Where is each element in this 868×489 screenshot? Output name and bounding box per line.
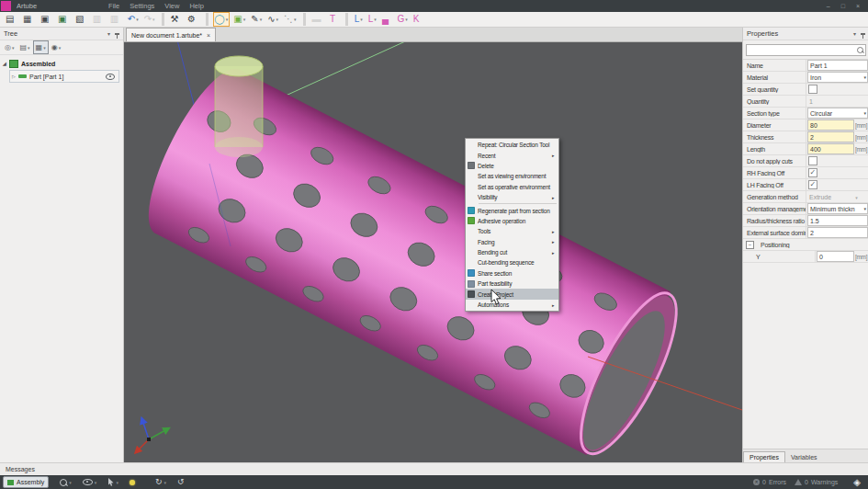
- undo-button[interactable]: ↶ ▾: [126, 12, 141, 27]
- straight-tube-button[interactable]: ▬ ▾: [310, 12, 327, 27]
- name-input[interactable]: Part 1: [807, 60, 868, 71]
- diameter-input[interactable]: 80: [807, 119, 854, 131]
- dropdown-arrow-icon[interactable]: ▾: [374, 17, 377, 22]
- menu-item-cut-bending-sequence[interactable]: Cut-bending sequence ▸: [466, 257, 558, 267]
- menu-item-set-as-viewing-environment[interactable]: Set as viewing environment ▸: [466, 171, 558, 181]
- measure-tool-button[interactable]: ⋱ ▾: [282, 12, 299, 27]
- tree-toolbar-button-1[interactable]: ◎ ▾: [2, 40, 17, 54]
- menu-item-delete[interactable]: Delete ▸: [466, 161, 558, 171]
- menu-help[interactable]: Help: [189, 2, 203, 10]
- assembly-mode-button[interactable]: Assembly: [3, 476, 49, 488]
- expander-icon[interactable]: ◢: [3, 61, 9, 66]
- menu-item-repeat-circular-section-tool[interactable]: Repeat: Circular Section Tool ▸: [466, 140, 558, 150]
- rotate-g-button[interactable]: G ▾: [395, 12, 409, 27]
- redo-button[interactable]: ↷ ▾: [142, 12, 157, 27]
- menu-item-tools[interactable]: Tools ▸: [466, 226, 558, 236]
- tree-toolbar-button-4[interactable]: ◉ ▾: [49, 40, 64, 54]
- orientation-management-dropdown[interactable]: Minimum thickn▾: [807, 203, 868, 214]
- menu-file[interactable]: File: [108, 2, 119, 10]
- viewport-3d[interactable]: [124, 42, 742, 462]
- menu-item-visibility[interactable]: Visibility ▸: [466, 192, 558, 202]
- menu-item-facing[interactable]: Facing ▸: [466, 237, 558, 247]
- pin-icon[interactable]: [115, 33, 119, 35]
- rh-facing-off-checkbox[interactable]: [808, 168, 817, 177]
- panel-menu-icon[interactable]: ▾: [107, 30, 110, 37]
- corner-l-blue-button[interactable]: L ▾: [353, 12, 365, 27]
- open-button[interactable]: ▦ ▾: [21, 12, 37, 27]
- messages-bar[interactable]: Messages: [0, 462, 868, 475]
- menu-item-regenerate-part-from-section[interactable]: Regenerate part from section ▸: [466, 205, 558, 215]
- do-not-apply-cuts-checkbox[interactable]: [808, 156, 817, 165]
- section-type-dropdown[interactable]: Circular▾: [807, 108, 868, 119]
- expander-icon[interactable]: ▷: [12, 74, 18, 79]
- print-preview-button[interactable]: ▥ ▾: [108, 12, 124, 27]
- press-button[interactable]: ▄ ▾: [380, 12, 394, 27]
- view-tool-button[interactable]: ▾: [83, 479, 97, 485]
- export-button[interactable]: ▧ ▾: [73, 12, 89, 27]
- dropdown-arrow-icon[interactable]: ▾: [260, 17, 263, 22]
- dropdown-arrow-icon[interactable]: ▾: [226, 17, 229, 22]
- sketch-tool-button[interactable]: ✎ ▾: [249, 12, 264, 27]
- rotate-cw-button[interactable]: ↻▾: [155, 478, 166, 486]
- maximize-button[interactable]: □: [841, 3, 845, 9]
- tee-fitting-button[interactable]: T ▾: [328, 12, 341, 27]
- machine-setup-button[interactable]: ⚒ ▾: [169, 12, 184, 27]
- tree-item-assembled[interactable]: ◢ Assembled: [0, 58, 123, 69]
- tab-properties[interactable]: Properties: [743, 451, 785, 462]
- prop-group-positioning[interactable]: − Positioning: [743, 239, 868, 251]
- dropdown-arrow-icon[interactable]: ▾: [152, 17, 155, 22]
- menu-settings[interactable]: Settings: [130, 2, 154, 10]
- dropdown-arrow-icon[interactable]: ▾: [294, 17, 297, 22]
- check-k-button[interactable]: K ▾: [411, 12, 424, 27]
- dropdown-arrow-icon[interactable]: ▾: [405, 17, 408, 22]
- zoom-tool-button[interactable]: ▾: [60, 479, 72, 486]
- y-position-input[interactable]: 0: [817, 251, 854, 262]
- tree-toolbar-button-2[interactable]: ▤ ▾: [17, 40, 33, 54]
- document-tab[interactable]: New document 1.artube* ×: [126, 28, 216, 41]
- menu-item-set-as-operative-environment[interactable]: Set as operative environment ▸: [466, 182, 558, 192]
- menu-item-recent[interactable]: Recent ▸: [466, 150, 558, 160]
- dropdown-arrow-icon[interactable]: ▾: [360, 17, 363, 22]
- save-as-button[interactable]: ▣ ▾: [56, 12, 72, 27]
- highlight-tool-button[interactable]: [130, 480, 135, 485]
- section-sketch[interactable]: [215, 56, 263, 157]
- dropdown-arrow-icon[interactable]: ▾: [43, 45, 46, 51]
- minimize-button[interactable]: –: [827, 3, 830, 9]
- pin-icon[interactable]: [861, 33, 865, 35]
- radius-thickness-ratio-input[interactable]: 1.5: [807, 215, 868, 226]
- dropdown-arrow-icon[interactable]: ▾: [243, 17, 246, 22]
- options-wrench-button[interactable]: ⚙ ▾: [186, 12, 200, 27]
- length-input[interactable]: 400: [807, 143, 854, 154]
- dropdown-arrow-icon[interactable]: ▾: [28, 45, 30, 51]
- tree-item-part[interactable]: ▷ Part [Part 1]: [9, 70, 119, 83]
- menu-item-part-feasibility[interactable]: Part feasibility ▸: [466, 279, 558, 289]
- circular-section-tool-button[interactable]: ◯ ▾: [213, 12, 231, 27]
- tab-close-icon[interactable]: ×: [207, 32, 210, 39]
- rotate-ccw-button[interactable]: ↺: [177, 478, 185, 486]
- menu-item-automations[interactable]: Automations ▸: [466, 300, 558, 310]
- dropdown-arrow-icon[interactable]: ▾: [59, 45, 62, 51]
- material-dropdown[interactable]: Iron▾: [807, 72, 868, 83]
- lh-facing-off-checkbox[interactable]: [808, 180, 817, 189]
- print-button[interactable]: ▥ ▾: [91, 12, 107, 27]
- select-tool-button[interactable]: ▾: [107, 478, 118, 486]
- thickness-input[interactable]: 2: [807, 131, 854, 142]
- menu-item-adhesive-operation[interactable]: Adhesive operation ▸: [466, 216, 558, 226]
- dropdown-arrow-icon[interactable]: ▾: [12, 45, 15, 51]
- polygon-section-tool-button[interactable]: ▣ ▾: [231, 12, 247, 27]
- bend-tool-button[interactable]: ∿ ▾: [265, 12, 280, 27]
- visibility-eye-icon[interactable]: [106, 74, 115, 80]
- close-button[interactable]: ×: [856, 3, 860, 9]
- tree-toolbar-button-3[interactable]: ▦ ▾: [33, 40, 49, 54]
- dropdown-arrow-icon[interactable]: ▾: [276, 17, 279, 22]
- tab-variables[interactable]: Variables: [785, 452, 823, 462]
- menu-item-bending-cut[interactable]: Bending cut ▸: [466, 247, 558, 257]
- properties-search-input[interactable]: [746, 44, 866, 56]
- corner-l-pink-button[interactable]: L ▾: [366, 12, 378, 27]
- collapse-icon[interactable]: −: [746, 241, 754, 249]
- menu-item-share-section[interactable]: Share section ▸: [466, 268, 558, 279]
- save-button[interactable]: ▣ ▾: [39, 12, 54, 27]
- external-surface-dominiums-input[interactable]: 2: [807, 227, 868, 238]
- dropdown-arrow-icon[interactable]: ▾: [136, 17, 139, 22]
- panel-menu-icon[interactable]: ▾: [853, 30, 856, 37]
